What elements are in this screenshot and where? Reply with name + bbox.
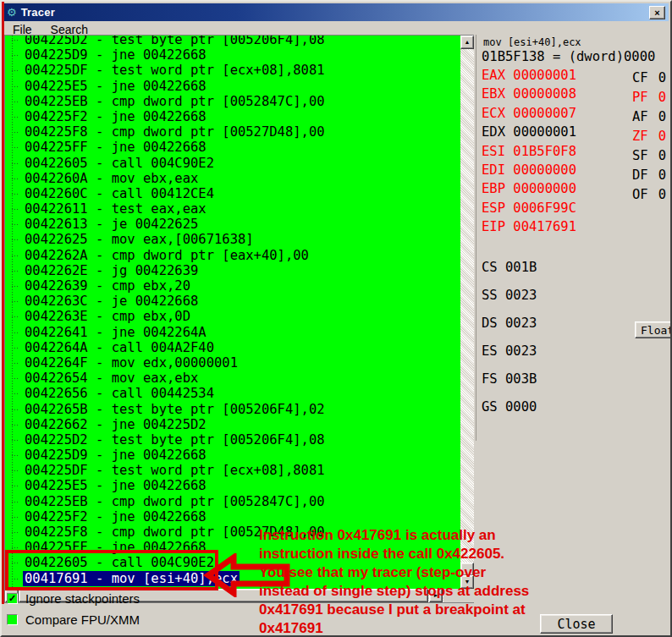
disasm-row[interactable]: 0042262A - cmp dword ptr [eax+40],00 (5, 248, 460, 263)
disasm-row[interactable]: 0042264F - mov edx,00000001 (5, 355, 460, 371)
disasm-row[interactable]: 004225F8 - cmp dword ptr [00527D48],00 (5, 124, 460, 140)
flag-row: DF0 (632, 167, 666, 187)
segment-row: ES 0023 (482, 343, 537, 371)
disasm-row[interactable]: 004225EB - cmp dword ptr [0052847C],00 (5, 94, 460, 109)
disasm-row-text: 004225D2 - test byte ptr [005206F4],08 (23, 432, 327, 448)
disasm-row-text: 0042262A - cmp dword ptr [eax+40],00 (23, 248, 311, 263)
vertical-scrollbar[interactable]: ▲ ▼ (460, 36, 474, 589)
compare-fpu-option[interactable]: ✓ Compare FPU/XMM (7, 612, 140, 627)
window-title: Tracer (21, 6, 55, 19)
checkmark-icon: ✓ (8, 593, 16, 603)
disasm-row-text: 0042260C - call 00412CE4 (23, 186, 216, 201)
disasm-row[interactable]: 004225DF - test word ptr [ecx+08],8081 (5, 463, 460, 478)
flag-row: PF0 (632, 90, 666, 109)
segment-row: FS 003B (482, 371, 537, 399)
disasm-row-text: 0042263E - cmp ebx,0D (23, 309, 192, 324)
disasm-row[interactable]: 004225D2 - test byte ptr [005206F4],08 (5, 36, 460, 47)
disasm-row[interactable]: 00422656 - call 00442534 (5, 386, 460, 401)
compare-fpu-label: Compare FPU/XMM (25, 612, 140, 627)
title-bar[interactable]: ⚙ Tracer × (3, 3, 669, 21)
disasm-row-text: 004225D9 - jne 00422668 (23, 47, 208, 63)
disasm-row-text: 00422639 - cmp ebx,20 (23, 278, 192, 294)
annotation-line: Instruction 0x417691 is actually an (259, 526, 670, 545)
disasm-row-text: 00422613 - je 00422625 (23, 217, 200, 232)
flag-row: AF0 (632, 109, 666, 129)
ignore-stackpointers-option[interactable]: ✓ Ignore stackpointers (7, 591, 140, 606)
register-row: ESP 0006F99C (482, 200, 576, 219)
disasm-row[interactable]: 004225D9 - jne 00422668 (5, 448, 460, 463)
disassembly-list[interactable]: 004225D2 - test byte ptr [005206F4],0800… (5, 36, 460, 589)
left-edge-stripe (2, 2, 4, 604)
disasm-row-text: 0042264F - mov edx,00000001 (23, 355, 240, 371)
disasm-row-text: 004225E5 - jne 00422668 (23, 478, 208, 493)
disasm-row-text: 004225F8 - cmp dword ptr [00527D48],00 (23, 124, 327, 140)
disasm-row[interactable]: 004225E5 - jne 00422668 (5, 478, 460, 493)
disasm-row-text: 0042263C - je 00422668 (23, 294, 200, 309)
disasm-row-text: 0042262E - jg 00422639 (23, 263, 200, 278)
annotation-line: 0x417691 (259, 619, 670, 637)
annotation-line: instruction inside the call 0x422605. (259, 545, 670, 563)
disasm-row-text: 00422605 - call 004C90E2 (23, 156, 216, 171)
disasm-row[interactable]: 00422662 - jne 004225D2 (5, 417, 460, 432)
disasm-row[interactable]: 00422639 - cmp ebx,20 (5, 278, 460, 294)
disasm-row[interactable]: 00422611 - test eax,eax (5, 201, 460, 217)
ignore-stackpointers-label: Ignore stackpointers (25, 591, 140, 606)
current-instruction: mov [esi+40],ecx (483, 36, 581, 48)
disasm-row[interactable]: 004225F2 - jne 00422668 (5, 109, 460, 124)
disasm-row[interactable]: 004225EB - cmp dword ptr [0052847C],00 (5, 494, 460, 509)
tracer-window: ⚙ Tracer × File Search 004225D2 - test b… (0, 0, 672, 637)
disasm-row[interactable]: 0042260A - mov ebx,eax (5, 171, 460, 186)
disasm-row[interactable]: 0042260C - call 00412CE4 (5, 186, 460, 201)
float-button[interactable]: Float (635, 321, 672, 338)
disasm-row[interactable]: 00422641 - jne 0042264A (5, 325, 460, 340)
disasm-row-text: 004225EB - cmp dword ptr [0052847C],00 (23, 494, 327, 509)
disasm-row-text: 004225DF - test word ptr [ecx+08],8081 (23, 463, 327, 478)
ignore-stackpointers-checkbox[interactable]: ✓ (7, 593, 18, 604)
annotation-line: 0x417691 because I put a breakpoint at (259, 601, 670, 619)
disasm-row[interactable]: 004225E5 - jne 00422668 (5, 79, 460, 94)
disasm-row-text: 00422625 - mov eax,[00671638] (23, 232, 256, 247)
cpu-state-panel: mov [esi+40],ecx 01B5F138 = (dword)0000 … (476, 35, 672, 441)
register-row: ESI 01B5F0F8 (482, 144, 576, 162)
disasm-row[interactable]: 004225DF - test word ptr [ecx+08],8081 (5, 63, 460, 78)
disasm-row-text: 004225D9 - jne 00422668 (23, 448, 208, 463)
register-row: ECX 00000007 (482, 106, 576, 124)
disasm-row-text: 00422656 - call 00442534 (23, 386, 216, 401)
disasm-row-text: 004225D2 - test byte ptr [005206F4],08 (23, 36, 327, 47)
disasm-row[interactable]: 0042263C - je 00422668 (5, 294, 460, 309)
segment-row: SS 0023 (482, 288, 537, 316)
disasm-row[interactable]: 00422654 - mov eax,ebx (5, 371, 460, 386)
scroll-up-icon[interactable]: ▲ (460, 36, 474, 49)
disasm-row-text: 004225DF - test word ptr [ecx+08],8081 (23, 63, 327, 78)
register-row: EBP 00000000 (482, 181, 576, 200)
disasm-row[interactable]: 0042265B - test byte ptr [005206F4],02 (5, 402, 460, 417)
register-list: EAX 00000001EBX 00000008ECX 00000007EDX … (482, 68, 576, 239)
flag-row: ZF0 (632, 129, 666, 148)
segment-row: DS 0023 (482, 316, 537, 343)
disasm-row-text: 004225E5 - jne 00422668 (23, 79, 208, 94)
disasm-row[interactable]: 00422613 - je 00422625 (5, 217, 460, 232)
disasm-row-text: 0042264A - call 004A2F40 (23, 340, 216, 355)
flag-row: OF0 (632, 187, 666, 206)
compare-fpu-checkbox[interactable]: ✓ (7, 614, 18, 625)
disasm-row[interactable]: 00422605 - call 004C90E2 (5, 156, 460, 171)
close-icon[interactable]: × (649, 6, 665, 19)
flag-row: SF0 (632, 148, 666, 167)
disasm-row[interactable]: 00422625 - mov eax,[00671638] (5, 232, 460, 247)
register-row: EAX 00000001 (482, 68, 576, 86)
disasm-row[interactable]: 004225D9 - jne 00422668 (5, 47, 460, 63)
flag-row: CF0 (632, 70, 666, 90)
disasm-row[interactable]: 0042263E - cmp ebx,0D (5, 309, 460, 324)
register-row: EDX 00000001 (482, 124, 576, 143)
disasm-row[interactable]: 0042262E - jg 00422639 (5, 263, 460, 278)
disasm-row-text: 004225F2 - jne 00422668 (23, 509, 208, 524)
disasm-row[interactable]: 004225D2 - test byte ptr [005206F4],08 (5, 432, 460, 448)
annotation-line: You see that my tracer (step-over (259, 563, 670, 582)
disasm-row[interactable]: 004225FF - jne 00422668 (5, 140, 460, 155)
segment-row: CS 001B (482, 260, 537, 288)
segment-register-list: CS 001BSS 0023DS 0023ES 0023FS 003BGS 00… (482, 260, 537, 427)
disasm-row-text: 004225EB - cmp dword ptr [0052847C],00 (23, 94, 327, 109)
disasm-row[interactable]: 0042264A - call 004A2F40 (5, 340, 460, 355)
disasm-row-text: 004225F2 - jne 00422668 (23, 109, 208, 124)
disasm-row[interactable]: 004225F2 - jne 00422668 (5, 509, 460, 524)
